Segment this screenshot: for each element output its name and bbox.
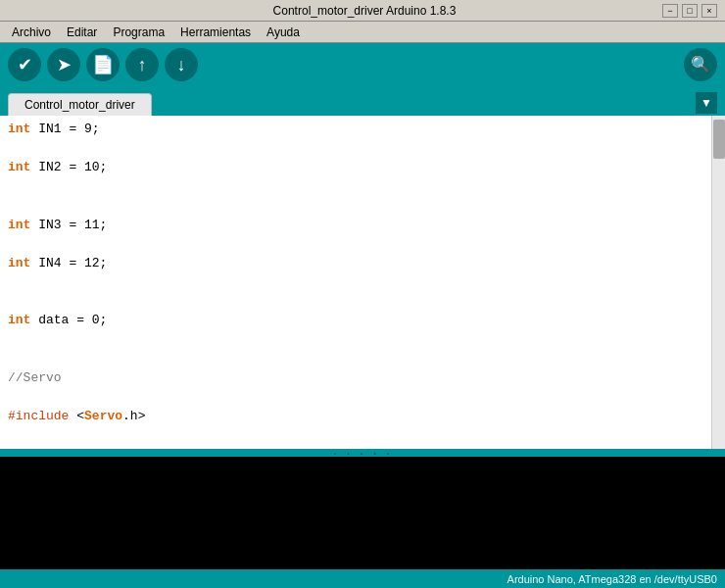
save-button[interactable]: ↓ [165,48,198,81]
tab-bar: Control_motor_driver ▼ [0,86,725,116]
open-button[interactable]: ↑ [125,48,159,81]
status-text: Arduino Nano, ATmega328 en /dev/ttyUSB0 [508,573,717,585]
editor-scrollbar[interactable] [711,116,725,449]
menu-ayuda[interactable]: Ayuda [259,24,308,41]
editor-wrapper: int IN1 = 9; int IN2 = 10; int IN3 = 11;… [0,116,725,449]
tab-dropdown-button[interactable]: ▼ [696,92,717,114]
toolbar-right: 🔍 [684,48,717,81]
console-area [0,457,725,569]
code-editor[interactable]: int IN1 = 9; int IN2 = 10; int IN3 = 11;… [0,116,711,449]
window-controls: − □ × [662,4,717,18]
status-bar: Arduino Nano, ATmega328 en /dev/ttyUSB0 [0,569,725,588]
editor-console-divider[interactable]: • • • • • [0,449,725,457]
menu-editar[interactable]: Editar [59,24,105,41]
close-button[interactable]: × [701,4,717,18]
menu-archivo[interactable]: Archivo [4,24,59,41]
toolbar: ✔ ➤ 📄 ↑ ↓ 🔍 [0,43,725,86]
window-title: Control_motor_driver Arduino 1.8.3 [67,4,662,18]
verify-button[interactable]: ✔ [8,48,41,81]
minimize-button[interactable]: − [662,4,678,18]
upload-button[interactable]: ➤ [47,48,80,81]
maximize-button[interactable]: □ [682,4,698,18]
new-button[interactable]: 📄 [86,48,120,81]
menu-bar: Archivo Editar Programa Herramientas Ayu… [0,22,725,43]
tab-control-motor-driver[interactable]: Control_motor_driver [8,93,152,116]
title-bar: Control_motor_driver Arduino 1.8.3 − □ × [0,0,725,22]
scrollbar-thumb [713,120,725,159]
serial-monitor-button[interactable]: 🔍 [684,48,717,81]
menu-herramientas[interactable]: Herramientas [172,24,259,41]
divider-dots: • • • • • [332,449,392,458]
menu-programa[interactable]: Programa [105,24,172,41]
